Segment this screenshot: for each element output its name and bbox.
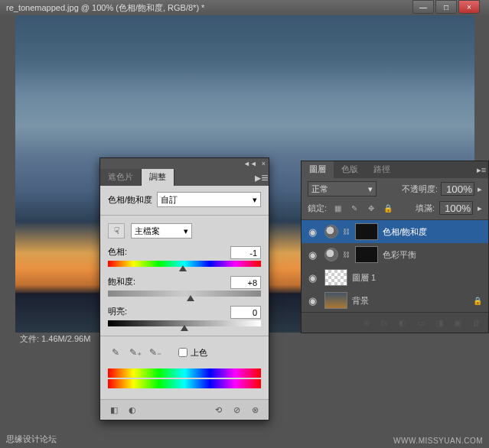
hue-input[interactable] xyxy=(230,246,261,259)
saturation-thumb[interactable] xyxy=(187,295,194,301)
link-layers-icon[interactable]: ⊗ xyxy=(358,316,373,330)
tab-paths[interactable]: 路徑 xyxy=(366,161,398,178)
saturation-input[interactable] xyxy=(230,276,261,289)
view-previous-icon[interactable]: ◐ xyxy=(125,403,140,417)
lightness-slider[interactable] xyxy=(108,320,261,328)
tab-adjustments[interactable]: 調整 xyxy=(142,169,174,186)
opacity-input[interactable] xyxy=(441,182,474,196)
clip-icon[interactable]: ⊘ xyxy=(229,403,244,417)
lock-icon: 🔒 xyxy=(473,297,482,305)
lock-label: 鎖定: xyxy=(308,203,327,214)
reset-icon[interactable]: ⟲ xyxy=(210,403,226,417)
lightness-thumb[interactable] xyxy=(181,325,188,331)
layer-list: ◉ ⛓ 色相/飽和度 ◉ ⛓ 色彩平衡 ◉ 圖層 1 ◉ 背景 🔒 xyxy=(302,220,488,312)
link-icon: ⛓ xyxy=(343,228,350,235)
layer-row[interactable]: ◉ ⛓ 色相/飽和度 xyxy=(302,220,488,243)
toggle-layer-icon[interactable]: ◧ xyxy=(106,403,122,417)
layer-name[interactable]: 背景 xyxy=(352,295,468,307)
lock-pixels-icon[interactable]: ✎ xyxy=(348,203,360,213)
new-layer-icon[interactable]: ▣ xyxy=(450,316,465,330)
minimize-button[interactable]: — xyxy=(412,0,434,14)
mask-icon[interactable]: ◐ xyxy=(395,316,410,330)
watermark-cn: 思缘设计论坛 xyxy=(6,433,57,445)
link-icon: ⛓ xyxy=(343,251,350,258)
eyedropper-subtract-icon[interactable]: ✎₋ xyxy=(148,346,163,359)
layer-name[interactable]: 色彩平衡 xyxy=(383,249,485,261)
mask-thumb[interactable] xyxy=(355,246,378,263)
visibility-icon[interactable]: ◉ xyxy=(305,224,320,239)
chevron-down-icon: ▾ xyxy=(184,226,188,236)
tab-layers[interactable]: 圖層 xyxy=(302,161,334,178)
visibility-icon[interactable]: ◉ xyxy=(305,247,320,262)
panel-menu-icon[interactable]: ▸≡ xyxy=(255,169,269,186)
group-icon[interactable]: ◨ xyxy=(432,316,447,330)
saturation-slider[interactable] xyxy=(108,291,261,298)
color-range-strips xyxy=(108,368,261,388)
targeted-adjust-button[interactable]: ☟ xyxy=(108,223,125,239)
layer-name[interactable]: 色相/飽和度 xyxy=(383,226,485,238)
lock-all-icon[interactable]: 🔒 xyxy=(382,203,394,213)
blend-mode-select[interactable]: 正常▾ xyxy=(308,181,377,196)
close-panel-icon[interactable]: × xyxy=(262,160,266,167)
adjustment-layer-icon[interactable]: ▭ xyxy=(413,316,429,330)
layer-thumb[interactable] xyxy=(324,269,347,286)
preset-select[interactable]: 自訂▾ xyxy=(157,192,261,207)
fill-input[interactable] xyxy=(439,201,473,215)
mask-thumb[interactable] xyxy=(355,223,378,240)
watermark-en: WWW.MISSYUAN.COM xyxy=(393,437,483,445)
layer-row[interactable]: ◉ 背景 🔒 xyxy=(302,289,488,312)
lightness-label: 明亮: xyxy=(108,306,127,319)
channel-select[interactable]: 主檔案▾ xyxy=(131,223,192,239)
file-info: 文件: 1.46M/2.96M xyxy=(20,333,90,345)
hue-slider[interactable] xyxy=(108,261,261,268)
visibility-icon[interactable]: ◉ xyxy=(305,270,320,285)
adjustment-thumb xyxy=(324,248,338,261)
chevron-down-icon[interactable]: ▸ xyxy=(478,203,482,213)
opacity-label: 不透明度: xyxy=(402,183,438,195)
layer-thumb[interactable] xyxy=(324,292,347,309)
chevron-down-icon[interactable]: ▸ xyxy=(478,184,482,194)
layers-panel: 圖層 色版 路徑 ▸≡ 正常▾ 不透明度: ▸ 鎖定: ▦ ✎ ✥ 🔒 填滿: … xyxy=(301,161,489,333)
chevron-down-icon: ▾ xyxy=(253,195,257,205)
layer-row[interactable]: ◉ ⛓ 色彩平衡 xyxy=(302,243,488,266)
trash-icon[interactable]: 🗑 xyxy=(468,316,484,330)
adjustment-type-label: 色相/飽和度 xyxy=(108,194,152,206)
fill-label: 填滿: xyxy=(416,203,435,214)
adjustment-thumb xyxy=(324,225,338,239)
visibility-icon[interactable]: ◉ xyxy=(305,293,320,308)
layers-menu-icon[interactable]: ▸≡ xyxy=(474,161,488,178)
lock-position-icon[interactable]: ✥ xyxy=(365,203,377,213)
adjustments-panel: ◄◄ × 遮色片 調整 ▸≡ 色相/飽和度 自訂▾ ☟ 主檔案▾ 色相: xyxy=(99,157,269,420)
lightness-input[interactable] xyxy=(230,306,261,319)
eyedropper-add-icon[interactable]: ✎₊ xyxy=(128,346,143,359)
colorize-checkbox[interactable]: 上色 xyxy=(178,347,207,359)
collapse-icon[interactable]: ◄◄ xyxy=(243,160,257,167)
hue-thumb[interactable] xyxy=(179,265,187,271)
maximize-button[interactable]: □ xyxy=(435,0,457,14)
tab-channels[interactable]: 色版 xyxy=(334,161,366,178)
saturation-label: 飽和度: xyxy=(108,276,135,289)
chevron-down-icon: ▾ xyxy=(368,184,373,194)
window-title: re_tonemapped.jpg @ 100% (色相/飽和度, RGB/8*… xyxy=(6,2,204,14)
delete-adj-icon[interactable]: ⊗ xyxy=(247,403,262,417)
tab-masks[interactable]: 遮色片 xyxy=(100,169,142,186)
eyedropper-icon[interactable]: ✎ xyxy=(108,346,123,359)
hue-label: 色相: xyxy=(108,246,127,259)
fx-icon[interactable]: fx xyxy=(377,316,392,330)
layer-row[interactable]: ◉ 圖層 1 xyxy=(302,266,488,289)
lock-transparent-icon[interactable]: ▦ xyxy=(331,203,344,213)
close-button[interactable]: × xyxy=(458,0,480,14)
layer-name[interactable]: 圖層 1 xyxy=(352,272,485,284)
